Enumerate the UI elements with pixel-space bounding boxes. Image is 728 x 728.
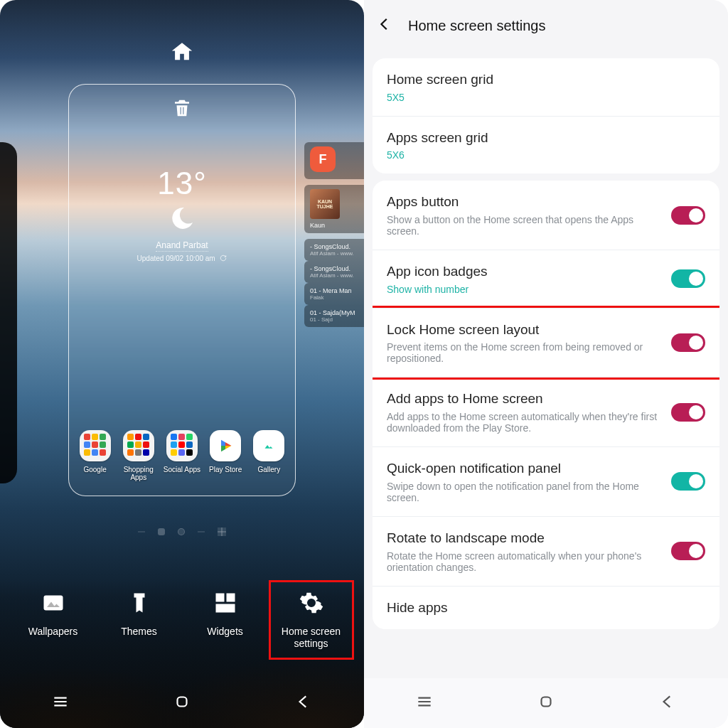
action-label: Themes: [121, 626, 157, 638]
track-title: - SongsCloud.: [310, 243, 363, 250]
prev-page-peek[interactable]: [0, 142, 17, 483]
toggle-lock-home-screen-layout[interactable]: [671, 333, 705, 352]
toggle-quick-open-notification-panel[interactable]: [671, 472, 705, 491]
setting-hide-apps[interactable]: Hide apps: [373, 586, 719, 630]
folder-icon: [166, 430, 198, 461]
weather-location: Anand Parbat: [156, 240, 208, 252]
gallery-icon: [253, 430, 284, 461]
track-artist: Atif Aslam - www.: [310, 272, 363, 279]
setting-subtitle: Show with number: [387, 284, 661, 295]
queue-track[interactable]: 01 - Mera ManFalak: [304, 283, 364, 305]
toggle-app-icon-badges[interactable]: [671, 269, 705, 288]
nav-recents-button[interactable]: [415, 692, 434, 714]
app-shopping-apps[interactable]: Shopping Apps: [119, 430, 159, 481]
setting-apps-screen-grid[interactable]: Apps screen grid5X6: [373, 116, 719, 174]
nav-home-button[interactable]: [173, 692, 191, 714]
app-gallery[interactable]: Gallery: [249, 430, 289, 481]
app-label: Google: [83, 466, 106, 473]
editor-action-bar: WallpapersThemesWidgetsHome screen setti…: [0, 590, 364, 650]
setting-title: Hide apps: [387, 599, 695, 617]
setting-title: Apps button: [387, 193, 661, 211]
app-label: Social Apps: [164, 466, 200, 473]
home-screen-settings-screen: Home screen settings Home screen grid5X5…: [364, 0, 728, 728]
setting-title: Home screen grid: [387, 71, 695, 89]
setting-subtitle: 5X6: [387, 149, 695, 161]
setting-title: Apps screen grid: [387, 129, 695, 147]
moon-icon: [169, 205, 195, 231]
setting-subtitle: Rotate the Home screen automatically whe…: [387, 550, 661, 573]
flipboard-icon: F: [310, 146, 336, 172]
setting-subtitle: Swipe down to open the notification pane…: [387, 481, 661, 503]
widgets-button[interactable]: Widgets: [186, 590, 264, 650]
weather-updated: Updated 09/02 10:00 am: [69, 255, 295, 263]
setting-title: App icon badges: [387, 263, 661, 281]
app-play-store[interactable]: Play Store: [205, 430, 245, 481]
setting-home-screen-grid[interactable]: Home screen grid5X5: [373, 58, 719, 116]
app-label: Shopping Apps: [119, 466, 159, 481]
track-title: - SongsCloud.: [310, 265, 363, 272]
queue-track[interactable]: - SongsCloud.Atif Aslam - www.: [304, 239, 364, 261]
track-artist: 01 - Sajd: [310, 316, 363, 323]
app-label: Gallery: [258, 466, 281, 473]
home-screen-settings-button[interactable]: Home screen settings: [272, 590, 350, 650]
app-label: Play Store: [209, 466, 242, 473]
track-artist: Atif Aslam - www.: [310, 250, 363, 257]
next-page-peek[interactable]: F KAUN TUJHE Kaun - SongsCloud.Atif Asla…: [304, 142, 364, 327]
nav-back-button[interactable]: [658, 692, 677, 714]
page-indicator[interactable]: [138, 528, 226, 536]
svg-rect-6: [541, 697, 550, 707]
action-label: Wallpapers: [28, 626, 78, 638]
wallpapers-icon: [41, 590, 66, 619]
nav-recents-button[interactable]: [51, 692, 70, 714]
weather-temp: 13°: [69, 166, 295, 201]
settings-group: Home screen grid5X5Apps screen grid5X6: [373, 58, 719, 173]
settings-group: Apps buttonShow a button on the Home scr…: [373, 181, 719, 629]
toggle-rotate-to-landscape-mode[interactable]: [671, 542, 705, 560]
svg-rect-1: [43, 596, 63, 611]
folder-icon: [80, 430, 111, 461]
track-artist: Falak: [310, 294, 363, 301]
track-title: 01 - Sajda(MyM: [310, 309, 363, 316]
queue-track[interactable]: 01 - Sajda(MyM01 - Sajd: [304, 305, 364, 327]
app-google[interactable]: Google: [75, 430, 115, 481]
track-title: 01 - Mera Man: [310, 287, 363, 294]
toggle-add-apps-to-home-screen[interactable]: [671, 403, 705, 422]
toggle-apps-button[interactable]: [671, 206, 705, 225]
home-editor-screen: 13° Anand Parbat Updated 09/02 10:00 am …: [0, 0, 364, 728]
svg-rect-4: [215, 604, 235, 613]
wallpapers-button[interactable]: Wallpapers: [14, 590, 92, 650]
setting-lock-home-screen-layout[interactable]: Lock Home screen layoutPrevent items on …: [373, 308, 719, 378]
setting-quick-open-notification-panel[interactable]: Quick-open notification panelSwipe down …: [373, 446, 719, 516]
setting-subtitle: Prevent items on the Home screen from be…: [387, 341, 661, 364]
queue-track[interactable]: - SongsCloud.Atif Aslam - www.: [304, 261, 364, 283]
app-social-apps[interactable]: Social Apps: [162, 430, 202, 481]
default-home-indicator-icon[interactable]: [170, 40, 194, 67]
home-page-thumbnail[interactable]: 13° Anand Parbat Updated 09/02 10:00 am …: [68, 84, 296, 496]
delete-page-button[interactable]: [69, 97, 295, 122]
setting-apps-button[interactable]: Apps buttonShow a button on the Home scr…: [373, 181, 719, 250]
home-screen-settings-icon: [299, 590, 324, 619]
themes-button[interactable]: Themes: [100, 590, 178, 650]
setting-subtitle: Add apps to the Home screen automaticall…: [387, 411, 661, 434]
nav-home-button[interactable]: [537, 692, 555, 714]
weather-widget[interactable]: 13° Anand Parbat Updated 09/02 10:00 am: [69, 166, 295, 263]
flipboard-widget[interactable]: F: [304, 142, 364, 179]
system-nav-bar: [0, 678, 364, 728]
themes-icon: [127, 590, 152, 619]
folder-icon: [123, 430, 154, 461]
setting-add-apps-to-home-screen[interactable]: Add apps to Home screenAdd apps to the H…: [373, 377, 719, 446]
setting-app-icon-badges[interactable]: App icon badgesShow with number: [373, 250, 719, 308]
setting-subtitle: 5X5: [387, 92, 695, 103]
svg-rect-3: [226, 594, 235, 602]
action-label: Widgets: [207, 626, 243, 638]
nav-back-button[interactable]: [294, 692, 313, 714]
music-widget[interactable]: KAUN TUJHE Kaun: [304, 185, 364, 233]
album-art: KAUN TUJHE: [310, 189, 340, 219]
svg-rect-2: [215, 594, 224, 602]
back-button[interactable]: [377, 16, 392, 36]
setting-rotate-to-landscape-mode[interactable]: Rotate to landscape modeRotate the Home …: [373, 516, 719, 586]
setting-subtitle: Show a button on the Home screen that op…: [387, 214, 661, 237]
setting-title: Quick-open notification panel: [387, 460, 661, 478]
setting-title: Add apps to Home screen: [387, 390, 661, 408]
settings-list[interactable]: Home screen grid5X5Apps screen grid5X6Ap…: [364, 51, 728, 728]
